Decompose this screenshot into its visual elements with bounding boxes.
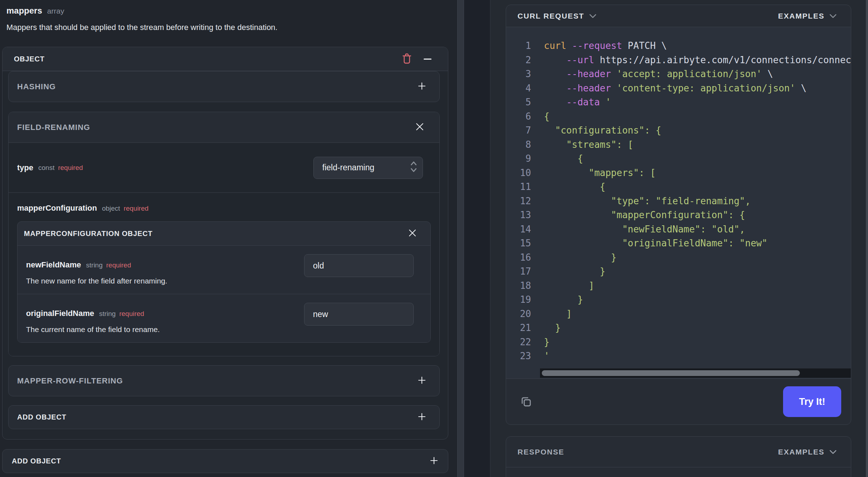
field-name: mappers: [6, 6, 42, 16]
mapper-configuration-card-title: MAPPERCONFIGURATION OBJECT: [24, 230, 152, 238]
new-field-name-description: The new name for the field after renamin…: [26, 277, 304, 285]
add-object-inner-row[interactable]: ADD OBJECT: [8, 405, 440, 429]
curl-panel-footer: Try It!: [506, 378, 851, 425]
plus-icon[interactable]: [417, 376, 427, 386]
line-number: 5: [506, 95, 531, 110]
mapper-row-filtering-section-row[interactable]: MAPPER-ROW-FILTERING: [8, 365, 440, 396]
close-icon[interactable]: [416, 123, 424, 132]
mapper-configuration-required: required: [123, 205, 148, 212]
trash-icon: [402, 53, 412, 65]
code-line: 23': [506, 349, 851, 363]
type-property-kind: const: [38, 164, 54, 172]
mapper-row-filtering-title: MAPPER-ROW-FILTERING: [17, 376, 123, 386]
type-property-required: required: [58, 164, 83, 172]
code-line: 6{: [506, 110, 851, 124]
code-horizontal-scrollbar-thumb[interactable]: [542, 370, 800, 376]
original-field-name-label: originalFieldName: [26, 309, 94, 318]
line-number: 22: [506, 335, 531, 350]
mapper-configuration-row: mapperConfiguration object required MAPP…: [9, 193, 439, 356]
plus-icon[interactable]: [417, 412, 427, 423]
field-renaming-title: FIELD-RENAMING: [17, 123, 90, 132]
code-line: 2 --url https://api.airbyte.com/v1/conne…: [506, 53, 851, 67]
line-number: 11: [506, 180, 531, 194]
line-number: 16: [506, 251, 531, 265]
mappers-object-card: OBJECT HASHING FIELD-: [2, 47, 448, 440]
original-field-name-info: originalFieldName string required The cu…: [26, 303, 304, 334]
original-field-name-input[interactable]: [304, 303, 414, 326]
line-number: 19: [506, 293, 531, 307]
field-renaming-header[interactable]: FIELD-RENAMING: [9, 112, 439, 143]
new-field-name-kind: string: [86, 261, 102, 269]
copy-code-button[interactable]: [520, 395, 532, 408]
type-property-row: type const required field-renaming: [9, 143, 439, 192]
code-lines: 1curl --request PATCH \2 --url https://a…: [506, 39, 851, 363]
chevron-down-icon: [589, 14, 596, 18]
add-object-array-row[interactable]: ADD OBJECT: [2, 449, 448, 473]
field-type-badge: array: [47, 7, 64, 15]
line-number: 7: [506, 124, 531, 138]
code-line: 7 "configurations": {: [506, 124, 851, 138]
code-line: 13 "mapperConfiguration": {: [506, 208, 851, 222]
code-line: 1curl --request PATCH \: [506, 39, 851, 53]
original-field-name-required: required: [119, 310, 144, 318]
line-number: 4: [506, 81, 531, 96]
curl-request-header: CURL REQUEST EXAMPLES: [506, 5, 851, 27]
line-number: 13: [506, 208, 531, 222]
code-line: 5 --data ': [506, 95, 851, 110]
code-line: 15 "originalFieldName": "new": [506, 236, 851, 251]
response-examples-dropdown[interactable]: EXAMPLES: [778, 448, 837, 456]
code-line: 10 "mappers": [: [506, 166, 851, 180]
field-heading: mappers array: [6, 6, 64, 16]
new-field-name-input[interactable]: [304, 254, 414, 277]
mapper-configuration-label: mapperConfiguration: [17, 204, 97, 213]
hashing-section-title: HASHING: [17, 82, 56, 91]
object-card-header: OBJECT: [2, 47, 448, 71]
add-object-array-label: ADD OBJECT: [12, 457, 61, 465]
type-property-label: type: [17, 163, 33, 172]
line-number: 14: [506, 222, 531, 237]
field-renaming-section: FIELD-RENAMING type const required field…: [8, 112, 440, 356]
type-select[interactable]: field-renaming: [313, 157, 423, 179]
response-examples-label: EXAMPLES: [778, 448, 824, 456]
code-line: 21 }: [506, 321, 851, 335]
pane-divider-gutter: [464, 0, 490, 477]
line-number: 6: [506, 110, 531, 124]
code-line: 18 ]: [506, 279, 851, 293]
code-line: 9 {: [506, 152, 851, 166]
new-field-name-label: newFieldName: [26, 260, 81, 270]
left-pane-scrollbar[interactable]: [457, 0, 464, 477]
object-card-title: OBJECT: [14, 55, 45, 63]
curl-code-block[interactable]: 1curl --request PATCH \2 --url https://a…: [506, 27, 851, 378]
line-number: 15: [506, 236, 531, 251]
request-examples-dropdown[interactable]: EXAMPLES: [778, 12, 837, 20]
mapper-configuration-card: MAPPERCONFIGURATION OBJECT newFieldName: [17, 221, 431, 343]
curl-request-title: CURL REQUEST: [518, 12, 584, 20]
hashing-section-row[interactable]: HASHING: [8, 71, 440, 102]
page-scrollbar[interactable]: [866, 0, 868, 477]
select-chevrons-icon: [410, 160, 418, 176]
curl-request-panel: CURL REQUEST EXAMPLES 1curl --request PA…: [506, 5, 851, 425]
plus-icon[interactable]: [417, 81, 427, 92]
response-header: RESPONSE EXAMPLES: [506, 437, 851, 467]
mapper-configuration-card-header: MAPPERCONFIGURATION OBJECT: [17, 222, 430, 246]
line-number: 20: [506, 307, 531, 321]
type-select-value: field-renaming: [322, 163, 374, 172]
line-number: 18: [506, 279, 531, 293]
minus-icon: [424, 59, 432, 60]
line-number: 21: [506, 321, 531, 335]
response-title: RESPONSE: [518, 448, 564, 456]
curl-request-dropdown[interactable]: CURL REQUEST: [518, 12, 596, 20]
code-horizontal-scrollbar-track[interactable]: [540, 368, 851, 378]
new-field-name-info: newFieldName string required The new nam…: [26, 254, 304, 285]
new-field-name-required: required: [106, 261, 131, 269]
code-line: 22}: [506, 335, 851, 350]
delete-object-button[interactable]: [402, 53, 412, 65]
line-number: 23: [506, 349, 531, 363]
plus-icon[interactable]: [429, 456, 439, 467]
collapse-object-button[interactable]: [424, 59, 432, 60]
object-card-content: HASHING FIELD-RENAMING type c: [2, 71, 448, 429]
line-number: 10: [506, 166, 531, 180]
try-it-button[interactable]: Try It!: [783, 386, 841, 417]
close-icon[interactable]: [409, 229, 416, 238]
code-line: 3 --header 'accept: application/json' \: [506, 67, 851, 81]
